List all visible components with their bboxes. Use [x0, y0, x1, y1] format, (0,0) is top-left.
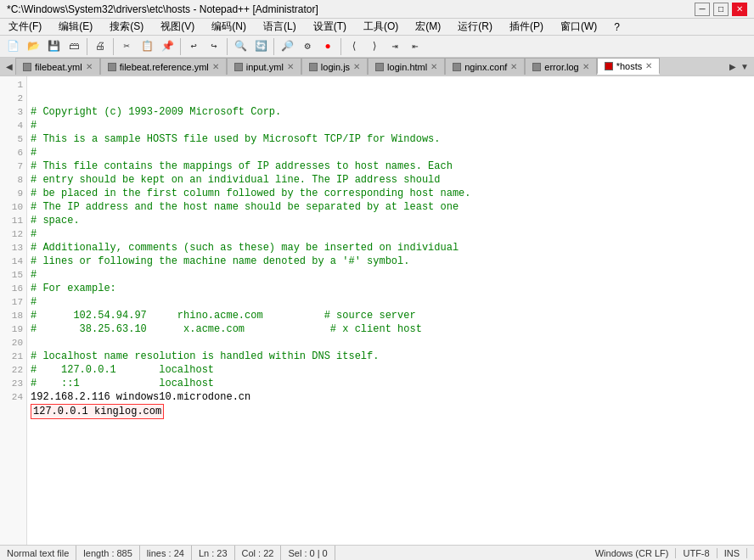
- menu-item-[interactable]: ?: [609, 20, 625, 34]
- tab-close[interactable]: ✕: [86, 62, 93, 71]
- tab-close[interactable]: ✕: [430, 62, 437, 71]
- menu-item-v[interactable]: 视图(V): [155, 19, 200, 35]
- line-num-3: 3: [3, 105, 23, 119]
- tab-close[interactable]: ✕: [510, 62, 517, 71]
- line-num-13: 13: [3, 241, 23, 255]
- paste-button[interactable]: 📌: [158, 37, 177, 56]
- tab-icon: [532, 63, 541, 71]
- tab-label: login.js: [321, 62, 350, 72]
- line-num-1: 1: [3, 78, 23, 92]
- code-line-18: [31, 336, 751, 350]
- menu-item-f[interactable]: 文件(F): [3, 19, 47, 35]
- menu-bar: 文件(F)编辑(E)搜索(S)视图(V)编码(N)语言(L)设置(T)工具(O)…: [0, 19, 754, 36]
- code-line-17: # 38.25.63.10 x.acme.com # x client host: [31, 322, 751, 336]
- code-line-4: #: [31, 146, 751, 160]
- tab-filebeat-reference-yml[interactable]: filebeat.reference.yml✕: [100, 58, 227, 75]
- code-line-3: # This is a sample HOSTS file used by Mi…: [31, 132, 751, 146]
- line-num-22: 22: [3, 363, 23, 377]
- tab-hosts[interactable]: *hosts✕: [597, 58, 661, 75]
- tab-scroll-left[interactable]: ◀: [3, 58, 15, 75]
- tab-menu[interactable]: ▼: [739, 58, 751, 75]
- tab-input-yml[interactable]: input.yml✕: [227, 58, 301, 75]
- tab-close[interactable]: ✕: [582, 62, 589, 71]
- code-line-15: #: [31, 295, 751, 309]
- code-line-7: # be placed in the first column followed…: [31, 187, 751, 200]
- close-button[interactable]: ✕: [732, 3, 747, 16]
- tab-label: login.html: [387, 62, 427, 72]
- line-num-17: 17: [3, 295, 23, 309]
- tab-icon: [23, 63, 31, 71]
- menu-item-t[interactable]: 设置(T): [308, 19, 352, 35]
- line-num-23: 23: [3, 377, 23, 390]
- menu-item-o[interactable]: 工具(O): [358, 19, 403, 35]
- line-num-16: 16: [3, 282, 23, 295]
- tabs-container: filebeat.yml✕filebeat.reference.yml✕inpu…: [15, 58, 727, 75]
- code-line-2: #: [31, 119, 751, 132]
- menu-item-p[interactable]: 插件(P): [504, 19, 549, 35]
- copy-button[interactable]: 📋: [138, 37, 156, 56]
- replace-button[interactable]: 🔄: [251, 37, 270, 56]
- line-num-7: 7: [3, 160, 23, 173]
- code-line-23: 127.0.0.1 kinglog.com: [31, 404, 751, 417]
- indent-button[interactable]: ⇥: [385, 37, 404, 56]
- cut-button[interactable]: ✂: [117, 37, 136, 56]
- editor-content[interactable]: # Copyright (c) 1993-2009 Microsoft Corp…: [27, 76, 754, 545]
- code-line-20: # 127.0.0.1 localhost: [31, 363, 751, 377]
- line-num-14: 14: [3, 255, 23, 268]
- macro-button[interactable]: ⚙: [298, 37, 317, 56]
- tab-login-html[interactable]: login.html✕: [368, 58, 445, 75]
- tab-icon: [605, 62, 613, 70]
- code-line-14: # For example:: [31, 282, 751, 295]
- save-all-button[interactable]: 🗃: [65, 37, 83, 56]
- tab-nginx-conf[interactable]: nginx.conf✕: [445, 58, 525, 75]
- new-button[interactable]: 📄: [3, 37, 22, 56]
- tab-close[interactable]: ✕: [287, 62, 294, 71]
- zoom-in-button[interactable]: 🔎: [278, 37, 296, 56]
- tab-icon: [453, 63, 461, 71]
- tab-close[interactable]: ✕: [212, 62, 219, 71]
- find-button[interactable]: 🔍: [231, 37, 250, 56]
- code-line-8: # The IP address and the host name shoul…: [31, 200, 751, 214]
- line-ending: Windows (CR LF): [595, 548, 677, 558]
- tab-close[interactable]: ✕: [353, 62, 360, 71]
- code-line-19: # localhost name resolution is handled w…: [31, 350, 751, 363]
- wrap-button[interactable]: ⟩: [365, 37, 384, 56]
- outdent-button[interactable]: ⇤: [406, 37, 425, 56]
- tab-login-js[interactable]: login.js✕: [301, 58, 368, 75]
- menu-item-m[interactable]: 宏(M): [410, 19, 446, 35]
- menu-item-e[interactable]: 编辑(E): [53, 19, 98, 35]
- code-line-16: # 102.54.94.97 rhino.acme.com # source s…: [31, 309, 751, 322]
- line-num-9: 9: [3, 187, 23, 200]
- code-line-12: # lines or following the machine name de…: [31, 255, 751, 268]
- menu-item-s[interactable]: 搜索(S): [104, 19, 149, 35]
- code-line-24: [31, 417, 751, 431]
- menu-item-w[interactable]: 窗口(W): [555, 19, 602, 35]
- tab-scroll-right[interactable]: ▶: [727, 58, 739, 75]
- code-line-5: # This file contains the mappings of IP …: [31, 160, 751, 173]
- undo-button[interactable]: ↩: [184, 37, 203, 56]
- sel-info: Sel : 0 | 0: [281, 546, 335, 560]
- tab-label: error.log: [544, 62, 578, 72]
- maximize-button[interactable]: □: [713, 3, 729, 16]
- tab-filebeat-yml[interactable]: filebeat.yml✕: [15, 58, 100, 75]
- highlighted-text: 127.0.0.1 kinglog.com: [31, 404, 164, 419]
- menu-item-l[interactable]: 语言(L): [258, 19, 301, 35]
- line-num-10: 10: [3, 200, 23, 214]
- print-button[interactable]: 🖨: [91, 37, 110, 56]
- minimize-button[interactable]: ─: [695, 3, 710, 16]
- code-line-11: # Additionally, comments (such as these)…: [31, 241, 751, 255]
- redo-button[interactable]: ↪: [205, 37, 223, 56]
- toolbar: 📄 📂 💾 🗃 🖨 ✂ 📋 📌 ↩ ↪ 🔍 🔄 🔎 ⚙ ● ⟨ ⟩ ⇥ ⇤: [0, 36, 754, 58]
- open-button[interactable]: 📂: [24, 37, 42, 56]
- sync-button[interactable]: ⟨: [345, 37, 363, 56]
- record-button[interactable]: ●: [318, 37, 337, 56]
- menu-item-r[interactable]: 运行(R): [453, 19, 498, 35]
- tab-close[interactable]: ✕: [645, 61, 652, 70]
- save-button[interactable]: 💾: [44, 37, 63, 56]
- tab-error-log[interactable]: error.log✕: [525, 58, 596, 75]
- line-num-8: 8: [3, 173, 23, 187]
- toolbar-sep-4: [227, 38, 228, 55]
- menu-item-n[interactable]: 编码(N): [206, 19, 251, 35]
- col-info: Col : 22: [235, 546, 282, 560]
- tab-label: nginx.conf: [464, 62, 507, 72]
